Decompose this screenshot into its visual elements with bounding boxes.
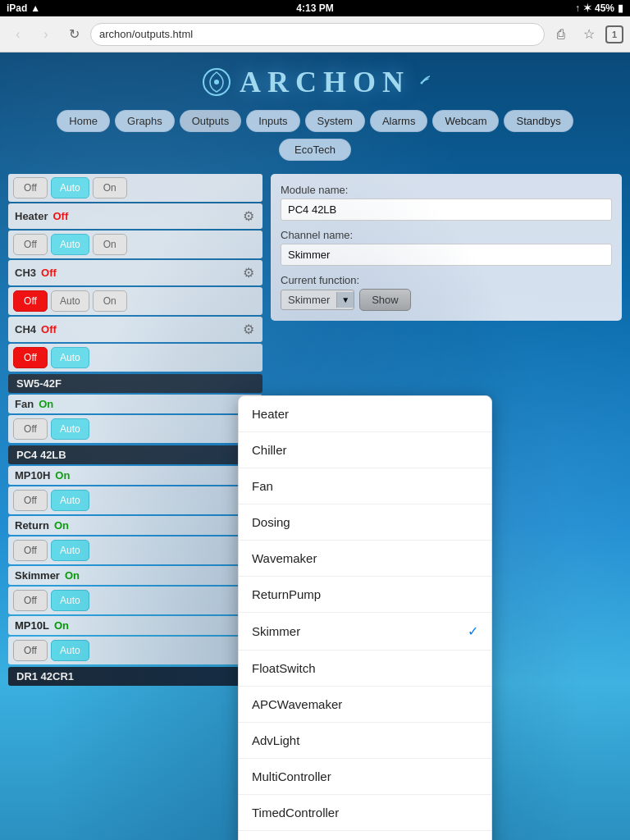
- channel-label-ch4: CH4 Off ⚙: [8, 317, 262, 342]
- on-button[interactable]: On: [93, 290, 127, 312]
- nav-outputs[interactable]: Outputs: [180, 110, 242, 132]
- logo-area: ARCHON: [0, 52, 630, 103]
- archon-logo-icon: [200, 66, 233, 98]
- off-button[interactable]: Off: [13, 640, 48, 661]
- off-button-active[interactable]: Off: [13, 347, 48, 368]
- checkmark-icon: ✓: [468, 623, 478, 639]
- auto-button[interactable]: Auto: [51, 418, 89, 440]
- nav-standbys[interactable]: Standbys: [504, 110, 573, 132]
- nav-inputs[interactable]: Inputs: [246, 110, 299, 132]
- channel-name-fan: Fan: [15, 398, 34, 410]
- reload-button[interactable]: ↻: [62, 23, 85, 46]
- channel-row-ch3: CH3 Off ⚙: [8, 260, 262, 285]
- battery-label: 45%: [595, 2, 614, 14]
- dropdown-label-advlight: AdvLight: [252, 733, 299, 747]
- section-header-sw5: SW5-42F: [8, 374, 262, 393]
- auto-button[interactable]: Auto: [51, 234, 89, 255]
- auto-button[interactable]: Auto: [51, 177, 89, 199]
- forward-button[interactable]: ›: [34, 23, 57, 46]
- back-button[interactable]: ‹: [7, 23, 30, 46]
- dropdown-item-dosing[interactable]: Dosing: [239, 504, 491, 541]
- channel-row-mp10l-ctrl: Off Auto: [8, 637, 262, 664]
- nav-ecotech[interactable]: EcoTech: [279, 139, 351, 161]
- gear-button-ch4[interactable]: ⚙: [241, 320, 256, 339]
- bookmark-button[interactable]: ☆: [578, 23, 600, 46]
- channel-name-mp10l: MP10L: [15, 619, 49, 632]
- nav-graphs[interactable]: Graphs: [115, 110, 175, 132]
- battery-icon: ▮: [618, 2, 623, 14]
- dropdown-item-floatswitch[interactable]: FloatSwitch: [239, 651, 491, 687]
- logo-wifi-icon: [413, 73, 430, 84]
- show-button[interactable]: Show: [359, 289, 411, 311]
- off-button[interactable]: Off: [13, 418, 48, 440]
- channel-label-heater: Heater Off ⚙: [8, 203, 262, 229]
- channel-label-skimmer: Skimmer On: [8, 566, 262, 585]
- channel-status-skimmer: On: [65, 569, 80, 582]
- dropdown-arrow-icon[interactable]: ▼: [336, 292, 354, 308]
- dropdown-item-mlc[interactable]: MLC: [239, 831, 491, 840]
- channel-name-ch3: CH3: [15, 267, 36, 279]
- channel-status-fan: On: [39, 398, 53, 410]
- off-button[interactable]: Off: [13, 490, 48, 511]
- section-header-dr1: DR1 42CR1: [8, 667, 262, 686]
- channel-label-mp10h: MP10H On: [8, 466, 262, 485]
- tab-count[interactable]: 1: [605, 25, 623, 43]
- auto-button[interactable]: Auto: [51, 290, 89, 312]
- dropdown-item-timedcontroller[interactable]: TimedController: [239, 795, 491, 831]
- gear-button-ch3[interactable]: ⚙: [241, 263, 256, 282]
- dropdown-item-skimmer[interactable]: Skimmer ✓: [239, 613, 491, 651]
- share-button[interactable]: ⎙: [550, 23, 573, 46]
- url-bar[interactable]: archon/outputs.html: [90, 23, 545, 46]
- auto-button-active[interactable]: Auto: [51, 347, 89, 368]
- dropdown-item-returnpump[interactable]: ReturnPump: [239, 577, 491, 613]
- auto-button[interactable]: Auto: [51, 490, 89, 511]
- gear-button-heater[interactable]: ⚙: [241, 207, 256, 226]
- channel-controls-skimmer: Off Auto: [8, 587, 262, 614]
- channel-status-return: On: [54, 519, 69, 532]
- on-button[interactable]: On: [93, 177, 127, 199]
- svg-point-1: [214, 80, 219, 84]
- channel-name-mp10h: MP10H: [15, 469, 50, 482]
- channel-name-skimmer: Skimmer: [15, 569, 60, 582]
- function-select-value: Skimmer: [281, 290, 336, 309]
- right-panel: Module name: Channel name: Current funct…: [271, 174, 622, 321]
- channel-row-ch4: CH4 Off ⚙: [8, 317, 262, 342]
- on-button[interactable]: On: [93, 234, 127, 255]
- channel-row-mp10h-label: MP10H On: [8, 466, 262, 485]
- channel-row-fan-label: Fan On: [8, 395, 262, 413]
- nav-alarms[interactable]: Alarms: [370, 110, 427, 132]
- channel-name-input[interactable]: [281, 244, 612, 266]
- off-button[interactable]: Off: [13, 590, 48, 611]
- dropdown-label-wavemaker: Wavemaker: [252, 551, 317, 565]
- nav-webcam[interactable]: Webcam: [432, 110, 499, 132]
- off-button[interactable]: Off: [13, 177, 48, 199]
- off-button-active[interactable]: Off: [13, 290, 48, 312]
- auto-button[interactable]: Auto: [51, 590, 89, 611]
- dropdown-item-multicontroller[interactable]: MultiController: [239, 759, 491, 795]
- channel-name-label: Channel name:: [281, 229, 612, 241]
- dropdown-item-fan[interactable]: Fan: [239, 468, 491, 504]
- dropdown-item-wavemaker[interactable]: Wavemaker: [239, 541, 491, 577]
- dropdown-label-returnpump: ReturnPump: [252, 587, 321, 601]
- dropdown-item-advlight[interactable]: AdvLight: [239, 723, 491, 759]
- channel-controls-ch3: Off Auto On: [8, 231, 262, 258]
- off-button[interactable]: Off: [13, 540, 48, 561]
- dropdown-item-heater[interactable]: Heater: [239, 396, 491, 432]
- logo-text: ARCHON: [240, 65, 410, 99]
- auto-button[interactable]: Auto: [51, 540, 89, 561]
- module-name-input[interactable]: [281, 199, 612, 221]
- dropdown-label-chiller: Chiller: [252, 443, 287, 457]
- dropdown-item-apcwavemaker[interactable]: APCWavemaker: [239, 687, 491, 723]
- channel-row-return-ctrl: Off Auto: [8, 536, 262, 564]
- function-dropdown: Heater Chiller Fan Dosing Wavemaker Retu…: [238, 395, 492, 840]
- channel-controls-fan: Off Auto: [8, 415, 262, 443]
- nav-home[interactable]: Home: [57, 110, 110, 132]
- auto-button[interactable]: Auto: [51, 640, 89, 661]
- off-button[interactable]: Off: [13, 234, 48, 255]
- channel-row-heater: Heater Off ⚙: [8, 203, 262, 229]
- channel-controls-return: Off Auto: [8, 536, 262, 564]
- nav-system[interactable]: System: [305, 110, 365, 132]
- svg-point-2: [421, 82, 423, 84]
- function-select[interactable]: Skimmer ▼: [281, 290, 354, 310]
- dropdown-item-chiller[interactable]: Chiller: [239, 432, 491, 468]
